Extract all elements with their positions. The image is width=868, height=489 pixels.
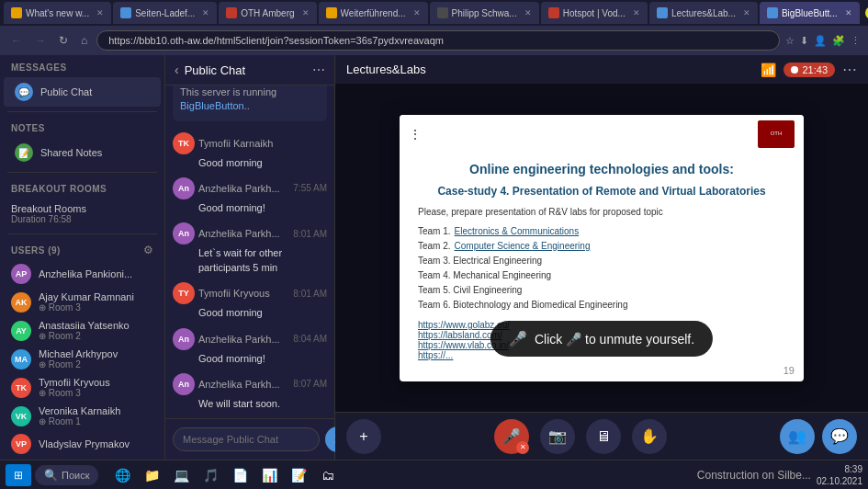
back-button[interactable]: ← (7, 32, 26, 49)
mic-button[interactable]: 🎤 ✕ (494, 419, 529, 454)
menu-icon[interactable]: ⋮ (851, 35, 861, 47)
taskbar-icon-4[interactable]: 📄 (227, 464, 253, 486)
search-icon: 🔍 (44, 469, 58, 482)
taskbar-icon-6[interactable]: 📝 (286, 464, 311, 486)
browser-tab[interactable]: Hotspot | Vod...✕ (541, 2, 648, 24)
sidebar-item-public-chat[interactable]: 💬 Public Chat (4, 77, 161, 107)
clock: 8:39 (817, 463, 862, 475)
downloads-icon[interactable]: ⬇ (800, 35, 808, 47)
systray-notification: Construction on Silbe... (697, 469, 811, 482)
address-input[interactable] (96, 30, 780, 51)
user-list-item[interactable]: VP Vladyslav Prymakov (0, 430, 164, 458)
browser-tab[interactable]: Philipp Schwa...✕ (430, 2, 539, 24)
reload-button[interactable]: ↻ (55, 32, 72, 49)
browser-tab[interactable]: BigBlueButt...✕ (760, 2, 860, 24)
chat-msg-header: An Anzhelika Parkh... 8:04 AM (173, 328, 327, 350)
avatar: AY (11, 321, 31, 341)
slide-more-icon[interactable]: ⋮ (409, 127, 422, 142)
chat-sender: Tymofii Kryvous (198, 288, 289, 299)
participants-button[interactable]: 👥 (780, 419, 815, 454)
screen-share-button[interactable]: 🖥 (586, 419, 621, 454)
chat-message: An Anzhelika Parkh... 7:55 AM Good morni… (173, 177, 327, 215)
chat-message: An Anzhelika Parkh... 8:04 AM Good morni… (173, 328, 327, 366)
taskbar-icon-5[interactable]: 📊 (256, 464, 282, 486)
user-name: Tymofii Kryvous (39, 377, 153, 388)
team-item: Team 4. Mechanical Engineering (418, 268, 785, 283)
browser-tab[interactable]: Lectures&Lab...✕ (649, 2, 758, 24)
minimize-button[interactable]: — (865, 6, 868, 19)
taskbar-icon-3[interactable]: 🎵 (197, 464, 223, 486)
presentation-header: Lectures&Labs 📶 21:43 ⋯ (335, 55, 868, 84)
chat-time: 8:01 AM (293, 289, 327, 299)
browser-tab[interactable]: OTH Amberg✕ (219, 2, 316, 24)
chat-toggle-button[interactable]: 💬 (822, 419, 857, 454)
user-list-item[interactable]: AY Anastasiia Yatsenko ⊕ Room 2 (0, 316, 164, 345)
chat-time: 8:07 AM (293, 379, 327, 389)
team-item: Team 1. Electronics & Communications (418, 224, 785, 239)
camera-button[interactable]: 📷 (540, 419, 575, 454)
slide-title-line1: Online engineering technologies and tool… (418, 161, 785, 177)
slide-top-bar: ⋮ OTH (400, 115, 804, 154)
chat-back-button[interactable]: ‹ (175, 63, 179, 77)
users-list: AP Anzhelika Pankioni... AK Ajay Kumar R… (0, 260, 164, 460)
chat-message: An Anzhelika Parkh... 8:01 AM Let`s wait… (173, 222, 327, 275)
bookmark-icon[interactable]: ☆ (785, 35, 795, 47)
add-button[interactable]: + (346, 419, 381, 454)
user-list-item[interactable]: VK Veronika Karnaikh ⊕ Room 1 (0, 402, 164, 430)
taskbar-icon-1[interactable]: 📁 (139, 464, 164, 486)
forward-button[interactable]: → (31, 32, 50, 49)
team-item: Team 5. Civil Engineering (418, 283, 785, 298)
chat-icon: 💬 (830, 427, 849, 445)
windows-search[interactable]: 🔍 Поиск (35, 465, 98, 485)
browser-tab[interactable]: Seiten-Ladef...✕ (113, 2, 217, 24)
user-list-item[interactable]: MA Michael Arkhypov ⊕ Room 2 (0, 345, 164, 373)
taskbar-icon-2[interactable]: 💻 (168, 464, 194, 486)
user-list-item[interactable]: AK Ajay Kumar Ramnani ⊕ Room 3 (0, 288, 164, 316)
chat-messages-list: Welcome to Lectures&Labs.This session ma… (165, 85, 334, 418)
users-gear-icon[interactable]: ⚙ (143, 244, 153, 256)
public-chat-label: Public Chat (40, 86, 92, 97)
account-icon[interactable]: 👤 (814, 35, 827, 47)
chat-msg-header: TK Tymofii Karnaikh (173, 132, 327, 154)
bbb-link[interactable]: BigBlueButton (180, 100, 244, 111)
mic-muted-badge: ✕ (516, 441, 529, 454)
record-time: 21:43 (802, 64, 828, 75)
chat-more-button[interactable]: ⋯ (312, 63, 325, 77)
user-room: ⊕ Room 1 (39, 416, 153, 426)
extensions-icon[interactable]: 🧩 (832, 35, 845, 47)
avatar: TK (11, 378, 31, 398)
breakout-rooms-item[interactable]: Breakout Rooms Duration 76:58 (0, 198, 164, 230)
user-info: Ajay Kumar Ramnani ⊕ Room 3 (39, 291, 153, 313)
notes-section-label: NOTES (0, 116, 164, 137)
shared-notes-label: Shared Notes (40, 147, 102, 158)
taskbar-icon-7[interactable]: 🗂 (315, 464, 341, 486)
breakout-section-label: BREAKOUT ROOMS (0, 176, 164, 198)
chat-sender: Anzhelika Parkh... (198, 379, 289, 390)
raise-hand-button[interactable]: ✋ (632, 419, 667, 454)
team-link[interactable]: Electronics & Communications (455, 224, 580, 239)
chat-message: An Anzhelika Parkh... 8:07 AM We will st… (173, 373, 327, 411)
browser-tab[interactable]: Weiterführend...✕ (319, 2, 428, 24)
presentation-more-button[interactable]: ⋯ (842, 61, 857, 78)
chat-text: Good morning! (173, 201, 327, 215)
browser-tab[interactable]: What's new w...✕ (4, 2, 111, 24)
unmute-toast: 🎤 Click 🎤 to unmute yourself. (490, 321, 713, 357)
sidebar-item-shared-notes[interactable]: 📝 Shared Notes (4, 138, 161, 167)
start-button[interactable]: ⊞ (6, 464, 31, 486)
system-tray: Construction on Silbe... 8:39 02.10.2021 (697, 463, 862, 487)
home-button[interactable]: ⌂ (77, 32, 91, 49)
hand-icon: ✋ (640, 427, 659, 445)
main-area: MESSAGES 💬 Public Chat NOTES 📝 Shared No… (0, 55, 868, 460)
taskbar-icon-0[interactable]: 🌐 (109, 464, 135, 486)
chat-sender: Anzhelika Parkh... (198, 228, 289, 239)
bottom-center-controls: 🎤 ✕ 📷 🖥 ✋ (494, 419, 667, 454)
user-info: Michael Arkhypov ⊕ Room 2 (39, 348, 153, 370)
user-list-item[interactable]: TK Tymofii Kryvous ⊕ Room 3 (0, 373, 164, 402)
user-name: Anzhelika Pankioni... (39, 268, 153, 279)
search-text: Поиск (62, 470, 89, 481)
chat-message-input[interactable] (173, 427, 320, 451)
team-link[interactable]: Computer Science & Engineering (455, 239, 591, 254)
user-list-item[interactable]: AP Anzhelika Pankioni... (0, 260, 164, 288)
chat-avatar: TY (173, 282, 195, 304)
user-room: ⊕ Room 3 (39, 388, 153, 398)
